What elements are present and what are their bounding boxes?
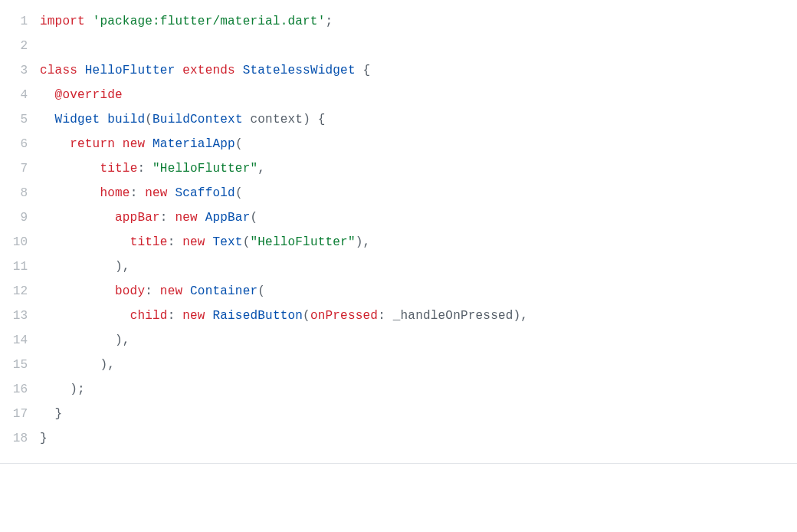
code-line: 17 } bbox=[0, 402, 797, 426]
line-number: 18 bbox=[0, 426, 40, 451]
code-content: ), bbox=[40, 255, 130, 279]
line-number: 3 bbox=[0, 58, 40, 83]
line-number: 12 bbox=[0, 279, 40, 304]
line-number: 16 bbox=[0, 377, 40, 402]
code-block: 1 import 'package:flutter/material.dart'… bbox=[0, 0, 797, 464]
code-content: Widget build(BuildContext context) { bbox=[40, 107, 326, 132]
line-number: 4 bbox=[0, 83, 40, 107]
code-line: 15 ), bbox=[0, 353, 797, 377]
code-content: } bbox=[40, 402, 62, 426]
code-line: 18 } bbox=[0, 426, 797, 451]
line-number: 7 bbox=[0, 156, 40, 181]
code-line: 8 home: new Scaffold( bbox=[0, 181, 797, 205]
code-line: 12 body: new Container( bbox=[0, 279, 797, 304]
code-content: import 'package:flutter/material.dart'; bbox=[40, 9, 333, 34]
line-number: 11 bbox=[0, 255, 40, 279]
line-number: 2 bbox=[0, 34, 40, 58]
code-line: 13 child: new RaisedButton(onPressed: _h… bbox=[0, 304, 797, 328]
code-line: 16 ); bbox=[0, 377, 797, 402]
code-line: 1 import 'package:flutter/material.dart'… bbox=[0, 9, 797, 34]
code-content: child: new RaisedButton(onPressed: _hand… bbox=[40, 304, 528, 328]
code-line: 14 ), bbox=[0, 328, 797, 353]
code-content: ), bbox=[40, 353, 115, 377]
line-number: 9 bbox=[0, 205, 40, 230]
code-content: return new MaterialApp( bbox=[40, 132, 243, 156]
line-number: 15 bbox=[0, 353, 40, 377]
line-number: 10 bbox=[0, 230, 40, 255]
code-line: 7 title: "HelloFlutter", bbox=[0, 156, 797, 181]
line-number: 17 bbox=[0, 402, 40, 426]
line-number: 14 bbox=[0, 328, 40, 353]
code-content: body: new Container( bbox=[40, 279, 265, 304]
code-content: title: "HelloFlutter", bbox=[40, 156, 265, 181]
line-number: 5 bbox=[0, 107, 40, 132]
line-number: 1 bbox=[0, 9, 40, 34]
code-content: @override bbox=[40, 83, 123, 107]
line-number: 6 bbox=[0, 132, 40, 156]
code-line: 6 return new MaterialApp( bbox=[0, 132, 797, 156]
code-content: title: new Text("HelloFlutter"), bbox=[40, 230, 370, 255]
line-number: 8 bbox=[0, 181, 40, 205]
code-line: 10 title: new Text("HelloFlutter"), bbox=[0, 230, 797, 255]
code-content: } bbox=[40, 426, 48, 451]
code-line: 2 bbox=[0, 34, 797, 58]
line-number: 13 bbox=[0, 304, 40, 328]
code-line: 11 ), bbox=[0, 255, 797, 279]
code-line: 4 @override bbox=[0, 83, 797, 107]
code-line: 5 Widget build(BuildContext context) { bbox=[0, 107, 797, 132]
code-content: home: new Scaffold( bbox=[40, 181, 243, 205]
code-content: ), bbox=[40, 328, 130, 353]
code-content: class HelloFlutter extends StatelessWidg… bbox=[40, 58, 370, 83]
code-line: 9 appBar: new AppBar( bbox=[0, 205, 797, 230]
code-content: appBar: new AppBar( bbox=[40, 205, 257, 230]
code-line: 3 class HelloFlutter extends StatelessWi… bbox=[0, 58, 797, 83]
code-content: ); bbox=[40, 377, 85, 402]
